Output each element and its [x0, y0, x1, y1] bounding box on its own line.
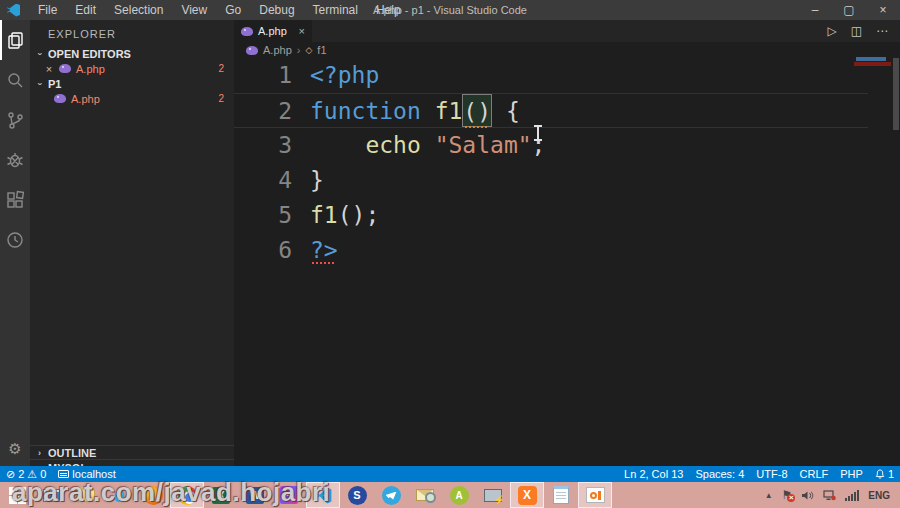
system-tray: ▲ ⚑ ENG: [765, 488, 900, 502]
menu-view[interactable]: View: [172, 0, 216, 20]
mail-search-icon[interactable]: [408, 482, 442, 508]
indentation[interactable]: Spaces: 4: [689, 466, 750, 482]
run-code-icon[interactable]: ▷: [827, 24, 836, 38]
telegram-icon[interactable]: [374, 482, 408, 508]
file-name: A.php: [71, 93, 100, 105]
menu-terminal[interactable]: Terminal: [304, 0, 367, 20]
php-file-icon: [59, 64, 71, 73]
php-file-icon: [54, 94, 66, 103]
chevron-down-icon: ›: [35, 49, 45, 58]
editor-group: A.php × ▷ ◫ ⋯ A.php › ◇ f1 1 <?php 2 fun…: [234, 20, 900, 466]
menu-edit[interactable]: Edit: [66, 0, 105, 20]
remote-desktop-icon[interactable]: [476, 482, 510, 508]
project-folder-header[interactable]: › P1: [30, 76, 234, 91]
close-editor-icon[interactable]: ×: [44, 63, 54, 75]
extensions-icon[interactable]: [0, 180, 30, 220]
file-name: A.php: [76, 63, 105, 75]
close-tab-icon[interactable]: ×: [299, 25, 305, 37]
code-editor[interactable]: 1 <?php 2 function f1() { 3 echo "Salam"…: [234, 58, 900, 466]
xampp-icon[interactable]: X: [510, 482, 544, 508]
code-line-1: 1 <?php: [234, 58, 900, 93]
explorer-title: EXPLORER: [30, 20, 234, 46]
source-control-icon[interactable]: [0, 100, 30, 140]
cursor-position[interactable]: Ln 2, Col 13: [618, 466, 689, 482]
minimap-error-mark: [854, 62, 891, 66]
symbol-icon: ◇: [305, 45, 312, 55]
eol-sequence[interactable]: CRLF: [794, 466, 835, 482]
problems-badge: 2: [218, 93, 224, 104]
network-icon[interactable]: [823, 490, 836, 501]
open-editor-item-aphp[interactable]: × A.php 2: [30, 61, 234, 76]
editor-scrollbar[interactable]: [893, 58, 899, 130]
chevron-right-icon: ›: [35, 448, 44, 458]
code-line-5: 5 f1();: [234, 198, 900, 233]
open-editors-header[interactable]: › OPEN EDITORS: [30, 46, 234, 61]
code-line-3: 3 echo "Salam";: [234, 128, 900, 163]
language-mode[interactable]: PHP: [834, 466, 869, 482]
menu-file[interactable]: File: [29, 0, 66, 20]
problems-badge: 2: [218, 63, 224, 74]
php-file-icon: [246, 46, 258, 55]
menu-debug[interactable]: Debug: [250, 0, 303, 20]
breadcrumb-separator: ›: [297, 44, 301, 56]
tray-expand-icon[interactable]: ▲: [765, 491, 773, 500]
tab-bar: A.php × ▷ ◫ ⋯: [234, 20, 900, 42]
minimap-mark: [856, 57, 886, 61]
settings-gear-icon[interactable]: ⚙: [0, 440, 30, 458]
php-file-icon: [241, 27, 253, 36]
notifications-bell[interactable]: 1: [869, 466, 900, 482]
split-editor-icon[interactable]: ◫: [851, 24, 862, 38]
volume-icon[interactable]: [801, 490, 814, 501]
code-line-2-current: 2 function f1() {: [234, 93, 868, 128]
bell-icon: [875, 469, 885, 479]
close-button[interactable]: ×: [866, 0, 900, 20]
mouse-ibeam-cursor: [537, 126, 539, 140]
shareit-icon[interactable]: S: [340, 482, 374, 508]
android-studio-icon[interactable]: A: [442, 482, 476, 508]
activity-bar: ⚙: [0, 20, 30, 466]
tab-aphp[interactable]: A.php ×: [234, 20, 312, 42]
debug-icon[interactable]: [0, 140, 30, 180]
explorer-icon[interactable]: [0, 20, 30, 60]
clock-extension-icon[interactable]: [0, 220, 30, 260]
menu-help[interactable]: Help: [367, 0, 410, 20]
title-bar: File Edit Selection View Go Debug Termin…: [0, 0, 900, 20]
encoding[interactable]: UTF-8: [750, 466, 793, 482]
outline-section-header[interactable]: › OUTLINE: [30, 445, 234, 459]
action-center-icon[interactable]: ⚑: [782, 488, 793, 502]
language-indicator[interactable]: ENG: [868, 490, 890, 501]
menu-selection[interactable]: Selection: [105, 0, 172, 20]
minimize-button[interactable]: –: [798, 0, 832, 20]
signal-bars-icon[interactable]: [845, 490, 859, 501]
code-line-4: 4 }: [234, 163, 900, 198]
more-actions-icon[interactable]: ⋯: [876, 24, 888, 38]
code-line-6: 6 ?>: [234, 233, 900, 268]
watermark-text: aparat.com/javad.hojabri: [12, 477, 330, 508]
screen: File Edit Selection View Go Debug Termin…: [0, 0, 900, 508]
menu-go[interactable]: Go: [216, 0, 250, 20]
vscode-logo-icon: [7, 4, 20, 17]
notepad-icon[interactable]: [544, 482, 578, 508]
maximize-button[interactable]: ▢: [832, 0, 866, 20]
chevron-down-icon: ›: [35, 79, 45, 88]
breadcrumb[interactable]: A.php › ◇ f1: [234, 42, 900, 58]
file-item-aphp[interactable]: A.php 2: [30, 91, 234, 106]
screen-recorder-icon[interactable]: [578, 482, 612, 508]
error-squiggle: ?>: [310, 233, 338, 268]
search-icon[interactable]: [0, 60, 30, 100]
explorer-sidebar: EXPLORER › OPEN EDITORS × A.php 2 › P1 A…: [30, 20, 234, 466]
bracket-match-highlight: (): [462, 94, 492, 127]
